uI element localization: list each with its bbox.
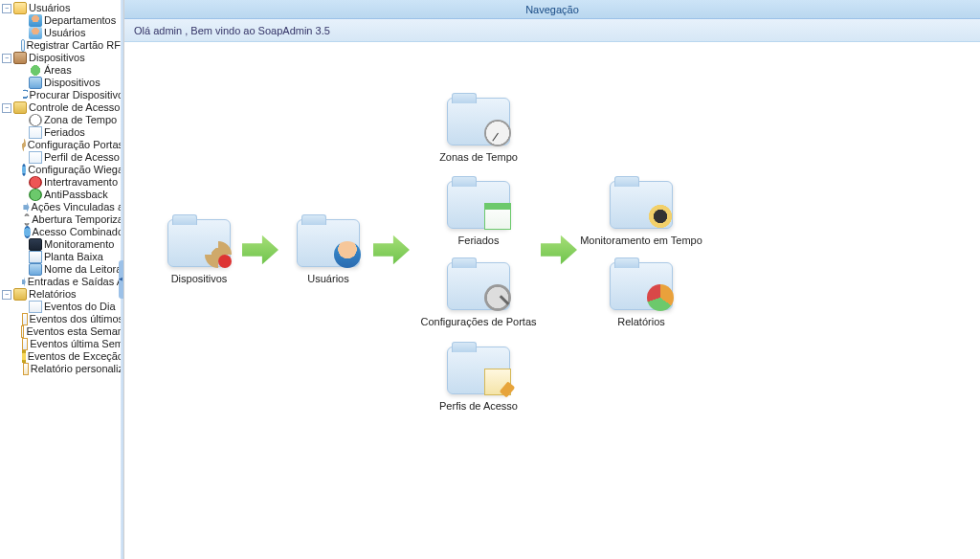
card-icon	[21, 39, 25, 52]
flow-arrow-icon	[541, 234, 577, 266]
interlock-icon	[29, 176, 42, 189]
tree-intertravamento[interactable]: Intertravamento	[17, 176, 123, 189]
tree-dispositivos[interactable]: − Dispositivos	[2, 52, 123, 64]
tree-label: Ações Vinculadas a	[32, 201, 123, 213]
antipassback-icon	[29, 189, 42, 201]
tree-relatorio-personalizado[interactable]: Relatório personaliz	[17, 363, 123, 375]
tree-label: Acesso Combinado	[33, 226, 123, 238]
tree-eventos-excecao[interactable]: Eventos de Exceção	[17, 350, 123, 363]
combined-icon	[24, 226, 31, 238]
tree-controle-acesso[interactable]: − Controle de Acesso	[2, 101, 123, 114]
tree-label: Relatórios	[29, 288, 77, 301]
tree-label: Registrar Cartão RFI	[27, 39, 123, 52]
tree-eventos-ultima-semana[interactable]: Eventos última Sem	[17, 338, 123, 350]
tree-eventos-semana[interactable]: Eventos esta Seman	[17, 325, 123, 338]
tree-zona-tempo[interactable]: Zona de Tempo	[17, 114, 123, 126]
sheet-icon	[29, 126, 42, 139]
nav-relatorios[interactable]: Relatórios	[574, 262, 708, 327]
tree-nome-leitora[interactable]: Nome da Leitora	[17, 263, 123, 276]
nav-label: Dispositivos	[158, 273, 240, 284]
tree-acoes-vinculadas[interactable]: Ações Vinculadas a	[17, 201, 123, 213]
tree-label: Áreas	[44, 64, 72, 77]
expand-icon[interactable]: −	[2, 103, 11, 113]
tree-label: Entradas e Saídas A	[28, 276, 123, 288]
tree-usuarios-sub[interactable]: Usuários	[17, 27, 123, 39]
tree-label: Feriados	[44, 126, 85, 139]
tree-departamentos[interactable]: Departamentos	[17, 14, 123, 27]
tree-label: Relatório personaliz	[31, 363, 123, 375]
expand-icon[interactable]: −	[2, 54, 11, 63]
nav-label: Zonas de Tempo	[412, 151, 546, 163]
tree-label: Nome da Leitora	[44, 263, 122, 276]
nav-usuarios[interactable]: Usuários	[287, 219, 369, 284]
tree-eventos-ultimos[interactable]: Eventos dos últimos	[17, 313, 123, 325]
sidebar-tree: − Usuários Departamentos Usuários Regist…	[0, 0, 124, 559]
eye-overlay-icon	[647, 203, 674, 230]
tree-monitoramento[interactable]: Monitoramento	[17, 238, 123, 251]
panel-title: Navegação	[124, 0, 980, 19]
nav-perfis-acesso[interactable]: Perfis de Acesso	[412, 347, 546, 412]
tree-procurar-dispositivos[interactable]: Procurar Dispositivo	[17, 89, 123, 101]
tree-perfil-acesso[interactable]: Perfil de Acesso	[17, 151, 123, 164]
user-overlay-icon	[334, 241, 361, 268]
tree-label: Usuários	[44, 27, 85, 39]
pie-overlay-icon	[647, 284, 674, 311]
tree-label: Monitoramento	[44, 238, 114, 251]
tree-label: Eventos dos últimos	[30, 313, 123, 325]
tree-label: Configuração Wiega	[28, 164, 123, 176]
nav-zonas-tempo[interactable]: Zonas de Tempo	[412, 98, 546, 163]
tree-entradas-saidas[interactable]: Entradas e Saídas A	[17, 276, 123, 288]
area-icon	[29, 64, 42, 77]
tree-rfid[interactable]: Registrar Cartão RFI	[17, 39, 123, 52]
expand-icon[interactable]: −	[2, 4, 11, 13]
folder-open-icon	[13, 2, 27, 14]
user-icon	[29, 27, 42, 39]
folder-icon	[13, 101, 27, 114]
clock-overlay-icon	[484, 120, 511, 146]
tree-usuarios[interactable]: − Usuários	[2, 2, 123, 14]
tree-label: Eventos esta Seman	[26, 325, 123, 338]
tree-config-wiegand[interactable]: Configuração Wiega	[17, 164, 123, 176]
flow-arrow-icon	[242, 234, 278, 266]
tree-acesso-combinado[interactable]: Acesso Combinado	[17, 226, 123, 238]
nav-monitoramento[interactable]: Monitoramento em Tempo	[574, 181, 708, 246]
tree-label: Intertravamento	[44, 176, 118, 189]
tree-planta-baixa[interactable]: Planta Baixa	[17, 251, 123, 263]
tree-label: Departamentos	[44, 14, 116, 27]
tree-label: Controle de Acesso	[29, 101, 120, 114]
calendar-prev-icon	[22, 338, 28, 350]
nav-label: Perfis de Acesso	[412, 400, 546, 412]
tree-label: Perfil de Acesso	[44, 151, 120, 164]
nav-feriados[interactable]: Feriados	[412, 181, 546, 246]
tree-label: Configuração Portas	[28, 139, 123, 151]
tree-label: Dispositivos	[29, 52, 85, 64]
nav-dispositivos[interactable]: Dispositivos	[158, 219, 240, 284]
tree-config-portas[interactable]: Configuração Portas	[17, 139, 123, 151]
tree-abertura-temporizada[interactable]: Abertura Temporiza	[17, 213, 123, 226]
nav-label: Relatórios	[574, 316, 708, 327]
navigation-canvas: Dispositivos Usuários Zonas de Tempo Fer…	[124, 42, 980, 559]
monitor-icon	[29, 238, 42, 251]
tree-antipassback[interactable]: AntiPassback	[17, 189, 123, 201]
calendar-overlay-icon	[484, 203, 511, 230]
nav-label: Usuários	[287, 273, 369, 284]
search-icon	[23, 89, 28, 101]
tree-feriados[interactable]: Feriados	[17, 126, 123, 139]
tree-label: AntiPassback	[44, 189, 108, 201]
tree-label: Planta Baixa	[44, 251, 103, 263]
expand-icon[interactable]: −	[2, 290, 11, 300]
wiegand-icon	[22, 164, 26, 176]
tree-areas[interactable]: Áreas	[17, 64, 123, 77]
custom-report-icon	[23, 363, 29, 375]
device-icon	[29, 77, 42, 89]
tree-label: Eventos última Sem	[30, 338, 123, 350]
tree-dispositivos-sub[interactable]: Dispositivos	[17, 77, 123, 89]
warning-icon	[22, 350, 26, 363]
tree-eventos-dia[interactable]: Eventos do Dia	[17, 301, 123, 313]
wrench-overlay-icon	[484, 284, 511, 311]
tree-relatorios[interactable]: − Relatórios	[2, 288, 123, 301]
nav-config-portas[interactable]: Configurações de Portas	[412, 262, 546, 327]
nav-label: Feriados	[412, 235, 546, 246]
nav-label: Monitoramento em Tempo	[574, 235, 708, 246]
io-icon	[22, 276, 26, 288]
